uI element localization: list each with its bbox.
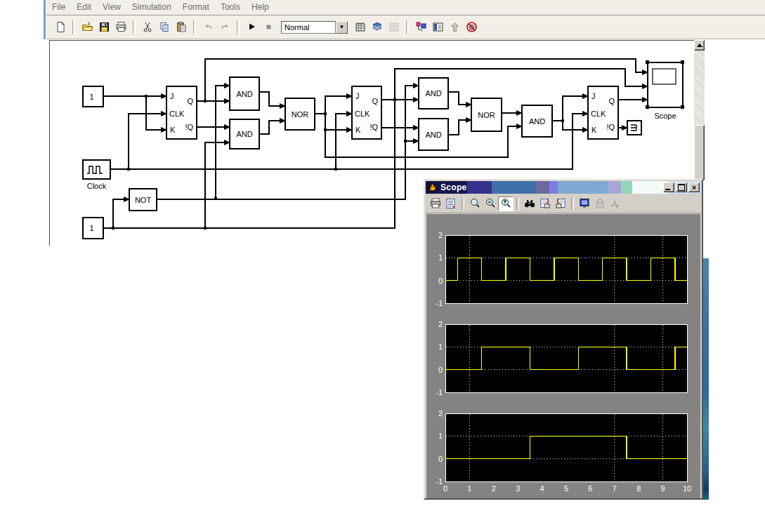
up-arrow-icon [697,44,702,47]
binoculars-icon [523,197,536,210]
zoom-y-axis-button[interactable] [498,197,514,211]
constant-2[interactable]: 1 [83,218,103,239]
nor-2[interactable]: NOR [471,98,502,131]
wire[interactable] [448,120,471,135]
scrollbar-thumb[interactable] [694,125,705,180]
jk-flipflop-1[interactable]: JCLKKQ!Q [166,86,197,139]
wire-junction [393,98,396,101]
vertical-scrollbar[interactable] [694,40,705,180]
y-tick-label: 2 [438,409,443,418]
svg-text:!Q: !Q [370,123,378,131]
magnifier-x-icon [484,197,497,210]
floating-scope-button[interactable] [577,197,592,211]
svg-text:!Q: !Q [185,123,193,131]
wire[interactable] [146,96,166,130]
x-tick-label: 5 [564,484,568,493]
wire[interactable] [113,199,129,228]
svg-text:Q: Q [372,97,378,105]
signal-selection-icon [609,197,622,210]
svg-text:AND: AND [236,90,252,98]
wire[interactable] [315,96,352,114]
svg-text:AND: AND [425,89,441,98]
and-3[interactable]: AND [419,78,448,109]
and-2[interactable]: AND [230,119,259,149]
svg-text:NOR: NOR [292,110,309,119]
wire[interactable] [259,121,285,134]
x-tick-label: 6 [588,484,592,493]
maximize-button[interactable] [676,182,687,192]
wire[interactable] [259,92,285,106]
autoscale-button[interactable] [522,197,537,211]
svg-text:1: 1 [89,224,93,232]
constant-1[interactable]: 1 [83,86,103,107]
wire-junction [127,168,130,171]
scope-trace-2[interactable]: 210-1 [436,320,687,397]
svg-text:Q: Q [187,97,193,105]
wire-junction [204,227,207,230]
save-axes-icon [539,197,551,210]
y-tick-label: 1 [438,432,443,440]
magnifier-icon [469,197,481,210]
jk-flipflop-2[interactable]: JCLKKQ!Q [352,86,381,139]
selection-handle[interactable] [646,60,649,64]
y-tick-label: 2 [438,231,443,239]
not-1[interactable]: NOT [129,189,157,211]
restore-axes-settings-button[interactable] [553,197,568,211]
svg-text:Q: Q [608,97,615,105]
x-tick-label: 2 [492,484,496,493]
svg-text:!Q: !Q [606,123,615,131]
y-tick-label: 1 [438,253,443,262]
scope-plot-area: 210-1210-1210-1012345678910 [426,214,700,498]
parameters-button[interactable] [443,197,459,211]
wire-junction [324,128,327,131]
zoom-x-axis-button[interactable] [483,197,498,211]
svg-text:AND: AND [529,117,545,126]
scope-block[interactable]: Scope [646,60,684,120]
scope-screen [653,69,676,84]
selection-handle[interactable] [646,105,649,109]
scope-window[interactable]: Scope × [424,179,703,500]
selection-handle[interactable] [681,60,684,64]
terminator[interactable] [627,121,641,135]
zoom-button[interactable] [467,197,483,211]
jk-flipflop-3[interactable]: JCLKKQ!Q [588,86,618,139]
close-button[interactable]: × [688,182,700,192]
screen: { "main_window": { "menu": {"items": ["F… [0,0,765,532]
wire[interactable] [129,114,166,169]
minimize-button[interactable] [663,182,674,192]
y-tick-label: -1 [436,299,443,307]
floating-scope-icon [578,197,591,210]
scope-titlebar[interactable]: Scope × [426,181,701,194]
and-1[interactable]: AND [230,77,259,110]
x-tick-label: 1 [467,484,471,493]
x-tick-label: 4 [540,484,544,493]
wire[interactable] [336,114,352,169]
svg-text:AND: AND [425,131,441,139]
wire-junction [204,100,207,102]
svg-text:CLK: CLK [591,109,606,118]
lock-axes-button[interactable] [592,197,608,211]
y-tick-label: -1 [436,388,443,397]
wire[interactable] [552,96,588,121]
nor-1[interactable]: NOR [285,98,315,130]
wire[interactable] [448,92,471,105]
wire[interactable] [205,142,230,228]
y-tick-label: 0 [438,366,443,374]
scope-trace-3[interactable]: 210-1012345678910 [436,409,691,493]
wire[interactable] [563,121,588,130]
scroll-up-button[interactable] [694,40,705,51]
selection-handle[interactable] [681,105,684,109]
svg-text:AND: AND [236,130,252,138]
print-button[interactable] [428,197,443,211]
y-tick-label: 1 [438,343,443,351]
x-tick-label: 3 [516,484,520,493]
scope-trace-1[interactable]: 210-1 [436,231,687,307]
maximize-icon [678,184,685,191]
signal-selection-button[interactable] [608,197,623,211]
and-4[interactable]: AND [419,119,448,150]
save-axes-settings-button[interactable] [537,197,553,211]
svg-text:1: 1 [89,93,93,101]
svg-text:CLK: CLK [169,109,185,118]
and-5[interactable]: AND [522,105,552,137]
clock[interactable]: Clock [83,160,110,190]
